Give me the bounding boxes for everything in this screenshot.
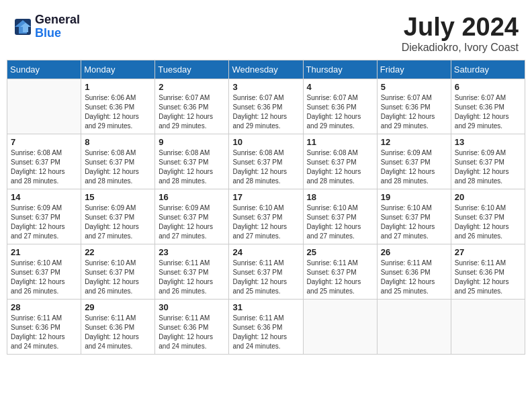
calendar-day-cell: 7Sunrise: 6:08 AM Sunset: 6:37 PM Daylig… <box>7 134 81 189</box>
day-info: Sunrise: 6:11 AM Sunset: 6:36 PM Dayligh… <box>455 259 521 296</box>
day-info: Sunrise: 6:11 AM Sunset: 6:36 PM Dayligh… <box>159 314 225 351</box>
calendar-day-cell: 24Sunrise: 6:11 AM Sunset: 6:37 PM Dayli… <box>229 244 303 299</box>
day-number: 26 <box>381 247 447 257</box>
day-number: 19 <box>381 192 447 202</box>
weekday-header: Monday <box>81 60 155 79</box>
title-section: July 2024 Diekadiokro, Ivory Coast <box>402 13 519 54</box>
day-info: Sunrise: 6:11 AM Sunset: 6:36 PM Dayligh… <box>232 314 299 351</box>
day-number: 7 <box>11 137 77 147</box>
day-number: 29 <box>85 302 151 312</box>
day-number: 3 <box>232 82 299 92</box>
weekday-header: Wednesday <box>229 60 303 79</box>
day-number: 5 <box>381 82 447 92</box>
day-info: Sunrise: 6:11 AM Sunset: 6:37 PM Dayligh… <box>232 259 299 296</box>
calendar-day-cell <box>303 299 377 354</box>
day-number: 21 <box>11 247 77 257</box>
day-info: Sunrise: 6:10 AM Sunset: 6:37 PM Dayligh… <box>455 203 521 241</box>
day-number: 22 <box>85 247 151 257</box>
day-info: Sunrise: 6:09 AM Sunset: 6:37 PM Dayligh… <box>11 203 77 241</box>
day-info: Sunrise: 6:11 AM Sunset: 6:36 PM Dayligh… <box>11 314 77 351</box>
calendar-day-cell: 16Sunrise: 6:09 AM Sunset: 6:37 PM Dayli… <box>155 189 229 244</box>
day-info: Sunrise: 6:08 AM Sunset: 6:37 PM Dayligh… <box>159 148 225 186</box>
day-number: 30 <box>159 302 225 312</box>
day-number: 15 <box>85 192 151 202</box>
logo-line2: Blue <box>35 27 80 40</box>
calendar-day-cell: 8Sunrise: 6:08 AM Sunset: 6:37 PM Daylig… <box>81 134 155 189</box>
calendar-day-cell: 27Sunrise: 6:11 AM Sunset: 6:36 PM Dayli… <box>451 244 525 299</box>
calendar-day-cell <box>7 79 81 134</box>
calendar-week-row: 7Sunrise: 6:08 AM Sunset: 6:37 PM Daylig… <box>7 134 525 189</box>
calendar-day-cell: 2Sunrise: 6:07 AM Sunset: 6:36 PM Daylig… <box>155 79 229 134</box>
day-info: Sunrise: 6:11 AM Sunset: 6:36 PM Dayligh… <box>381 259 447 296</box>
calendar-day-cell: 12Sunrise: 6:09 AM Sunset: 6:37 PM Dayli… <box>377 134 451 189</box>
calendar-day-cell: 23Sunrise: 6:11 AM Sunset: 6:37 PM Dayli… <box>155 244 229 299</box>
day-number: 9 <box>159 137 225 147</box>
calendar-day-cell: 10Sunrise: 6:08 AM Sunset: 6:37 PM Dayli… <box>229 134 303 189</box>
month-year-title: July 2024 <box>402 13 519 42</box>
logo: General Blue <box>13 13 80 40</box>
calendar-day-cell: 29Sunrise: 6:11 AM Sunset: 6:36 PM Dayli… <box>81 299 155 354</box>
calendar-table: SundayMondayTuesdayWednesdayThursdayFrid… <box>7 60 525 355</box>
calendar-day-cell: 31Sunrise: 6:11 AM Sunset: 6:36 PM Dayli… <box>229 299 303 354</box>
day-number: 10 <box>232 137 299 147</box>
day-info: Sunrise: 6:10 AM Sunset: 6:37 PM Dayligh… <box>381 203 447 241</box>
day-number: 16 <box>159 192 225 202</box>
day-info: Sunrise: 6:10 AM Sunset: 6:37 PM Dayligh… <box>307 203 373 241</box>
day-info: Sunrise: 6:08 AM Sunset: 6:37 PM Dayligh… <box>11 148 77 186</box>
page-header: General Blue July 2024 Diekadiokro, Ivor… <box>7 7 525 57</box>
day-number: 31 <box>232 302 299 312</box>
day-number: 28 <box>11 302 77 312</box>
calendar-day-cell <box>377 299 451 354</box>
calendar-week-row: 28Sunrise: 6:11 AM Sunset: 6:36 PM Dayli… <box>7 299 525 354</box>
calendar-day-cell: 18Sunrise: 6:10 AM Sunset: 6:37 PM Dayli… <box>303 189 377 244</box>
calendar-day-cell: 9Sunrise: 6:08 AM Sunset: 6:37 PM Daylig… <box>155 134 229 189</box>
day-info: Sunrise: 6:07 AM Sunset: 6:36 PM Dayligh… <box>232 93 299 131</box>
day-number: 13 <box>455 137 521 147</box>
calendar-day-cell: 11Sunrise: 6:08 AM Sunset: 6:37 PM Dayli… <box>303 134 377 189</box>
calendar-day-cell: 21Sunrise: 6:10 AM Sunset: 6:37 PM Dayli… <box>7 244 81 299</box>
day-number: 27 <box>455 247 521 257</box>
calendar-week-row: 14Sunrise: 6:09 AM Sunset: 6:37 PM Dayli… <box>7 189 525 244</box>
day-info: Sunrise: 6:09 AM Sunset: 6:37 PM Dayligh… <box>159 203 225 241</box>
day-info: Sunrise: 6:11 AM Sunset: 6:37 PM Dayligh… <box>159 259 225 296</box>
day-info: Sunrise: 6:10 AM Sunset: 6:37 PM Dayligh… <box>85 259 151 296</box>
weekday-header: Tuesday <box>155 60 229 79</box>
day-info: Sunrise: 6:08 AM Sunset: 6:37 PM Dayligh… <box>307 148 373 186</box>
calendar-week-row: 21Sunrise: 6:10 AM Sunset: 6:37 PM Dayli… <box>7 244 525 299</box>
location-label: Diekadiokro, Ivory Coast <box>402 42 519 54</box>
calendar-day-cell: 13Sunrise: 6:09 AM Sunset: 6:37 PM Dayli… <box>451 134 525 189</box>
day-info: Sunrise: 6:10 AM Sunset: 6:37 PM Dayligh… <box>232 203 299 241</box>
calendar-header-row: SundayMondayTuesdayWednesdayThursdayFrid… <box>7 60 525 79</box>
calendar-day-cell: 3Sunrise: 6:07 AM Sunset: 6:36 PM Daylig… <box>229 79 303 134</box>
day-number: 12 <box>381 137 447 147</box>
weekday-header: Saturday <box>451 60 525 79</box>
day-number: 4 <box>307 82 373 92</box>
weekday-header: Thursday <box>303 60 377 79</box>
day-number: 2 <box>159 82 225 92</box>
weekday-header: Sunday <box>7 60 81 79</box>
calendar-day-cell: 30Sunrise: 6:11 AM Sunset: 6:36 PM Dayli… <box>155 299 229 354</box>
day-info: Sunrise: 6:09 AM Sunset: 6:37 PM Dayligh… <box>455 148 521 186</box>
day-info: Sunrise: 6:07 AM Sunset: 6:36 PM Dayligh… <box>307 93 373 131</box>
day-info: Sunrise: 6:11 AM Sunset: 6:36 PM Dayligh… <box>85 314 151 351</box>
day-number: 23 <box>159 247 225 257</box>
day-number: 25 <box>307 247 373 257</box>
day-number: 17 <box>232 192 299 202</box>
day-number: 18 <box>307 192 373 202</box>
calendar-day-cell: 25Sunrise: 6:11 AM Sunset: 6:37 PM Dayli… <box>303 244 377 299</box>
calendar-day-cell: 4Sunrise: 6:07 AM Sunset: 6:36 PM Daylig… <box>303 79 377 134</box>
calendar-day-cell: 5Sunrise: 6:07 AM Sunset: 6:36 PM Daylig… <box>377 79 451 134</box>
calendar-day-cell: 28Sunrise: 6:11 AM Sunset: 6:36 PM Dayli… <box>7 299 81 354</box>
calendar-day-cell: 20Sunrise: 6:10 AM Sunset: 6:37 PM Dayli… <box>451 189 525 244</box>
day-info: Sunrise: 6:09 AM Sunset: 6:37 PM Dayligh… <box>85 203 151 241</box>
calendar-day-cell: 6Sunrise: 6:07 AM Sunset: 6:36 PM Daylig… <box>451 79 525 134</box>
logo-line1: General <box>35 13 80 27</box>
day-info: Sunrise: 6:07 AM Sunset: 6:36 PM Dayligh… <box>381 93 447 131</box>
day-number: 1 <box>85 82 151 92</box>
day-info: Sunrise: 6:08 AM Sunset: 6:37 PM Dayligh… <box>232 148 299 186</box>
day-info: Sunrise: 6:08 AM Sunset: 6:37 PM Dayligh… <box>85 148 151 186</box>
day-number: 20 <box>455 192 521 202</box>
calendar-day-cell: 26Sunrise: 6:11 AM Sunset: 6:36 PM Dayli… <box>377 244 451 299</box>
weekday-header: Friday <box>377 60 451 79</box>
logo-icon <box>13 17 32 36</box>
